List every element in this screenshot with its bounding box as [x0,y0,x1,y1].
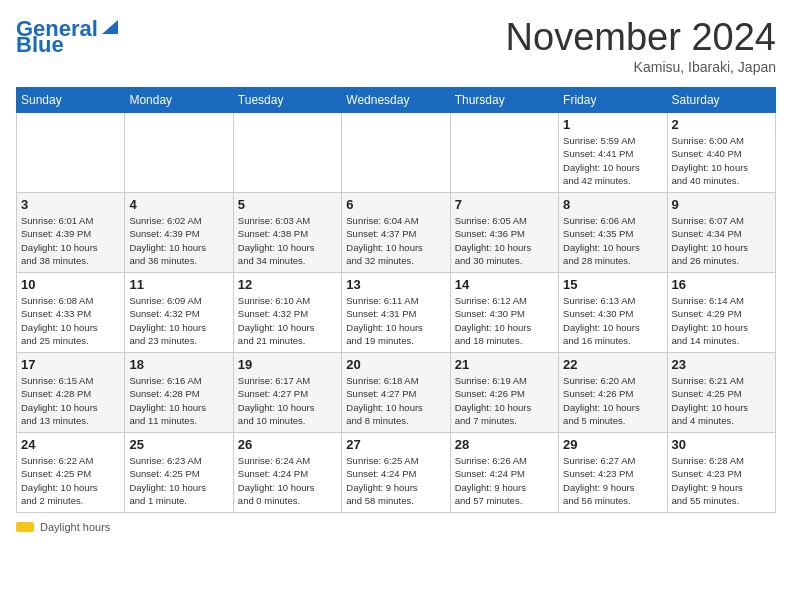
day-info: Sunrise: 6:27 AM Sunset: 4:23 PM Dayligh… [563,454,662,507]
day-number: 30 [672,437,771,452]
calendar-cell: 18Sunrise: 6:16 AM Sunset: 4:28 PM Dayli… [125,353,233,433]
day-info: Sunrise: 5:59 AM Sunset: 4:41 PM Dayligh… [563,134,662,187]
day-number: 29 [563,437,662,452]
calendar-cell: 13Sunrise: 6:11 AM Sunset: 4:31 PM Dayli… [342,273,450,353]
day-number: 25 [129,437,228,452]
calendar-cell: 4Sunrise: 6:02 AM Sunset: 4:39 PM Daylig… [125,193,233,273]
calendar-week-row: 24Sunrise: 6:22 AM Sunset: 4:25 PM Dayli… [17,433,776,513]
weekday-header: Friday [559,88,667,113]
calendar-cell [125,113,233,193]
calendar-cell: 11Sunrise: 6:09 AM Sunset: 4:32 PM Dayli… [125,273,233,353]
calendar-cell: 23Sunrise: 6:21 AM Sunset: 4:25 PM Dayli… [667,353,775,433]
calendar-cell [17,113,125,193]
day-info: Sunrise: 6:02 AM Sunset: 4:39 PM Dayligh… [129,214,228,267]
calendar-cell: 29Sunrise: 6:27 AM Sunset: 4:23 PM Dayli… [559,433,667,513]
day-number: 3 [21,197,120,212]
day-info: Sunrise: 6:04 AM Sunset: 4:37 PM Dayligh… [346,214,445,267]
calendar-cell: 3Sunrise: 6:01 AM Sunset: 4:39 PM Daylig… [17,193,125,273]
calendar-week-row: 3Sunrise: 6:01 AM Sunset: 4:39 PM Daylig… [17,193,776,273]
day-info: Sunrise: 6:22 AM Sunset: 4:25 PM Dayligh… [21,454,120,507]
day-info: Sunrise: 6:26 AM Sunset: 4:24 PM Dayligh… [455,454,554,507]
day-number: 8 [563,197,662,212]
calendar-week-row: 10Sunrise: 6:08 AM Sunset: 4:33 PM Dayli… [17,273,776,353]
day-info: Sunrise: 6:18 AM Sunset: 4:27 PM Dayligh… [346,374,445,427]
calendar-cell: 12Sunrise: 6:10 AM Sunset: 4:32 PM Dayli… [233,273,341,353]
day-info: Sunrise: 6:05 AM Sunset: 4:36 PM Dayligh… [455,214,554,267]
logo-icon [100,16,120,36]
calendar-cell: 26Sunrise: 6:24 AM Sunset: 4:24 PM Dayli… [233,433,341,513]
day-number: 7 [455,197,554,212]
weekday-header: Sunday [17,88,125,113]
page-header: General Blue November 2024 Kamisu, Ibara… [16,16,776,75]
day-info: Sunrise: 6:21 AM Sunset: 4:25 PM Dayligh… [672,374,771,427]
calendar-cell: 6Sunrise: 6:04 AM Sunset: 4:37 PM Daylig… [342,193,450,273]
day-info: Sunrise: 6:13 AM Sunset: 4:30 PM Dayligh… [563,294,662,347]
day-info: Sunrise: 6:03 AM Sunset: 4:38 PM Dayligh… [238,214,337,267]
day-info: Sunrise: 6:07 AM Sunset: 4:34 PM Dayligh… [672,214,771,267]
day-number: 9 [672,197,771,212]
day-number: 17 [21,357,120,372]
daylight-label: Daylight hours [40,521,110,533]
calendar-cell: 15Sunrise: 6:13 AM Sunset: 4:30 PM Dayli… [559,273,667,353]
calendar-cell [233,113,341,193]
day-info: Sunrise: 6:14 AM Sunset: 4:29 PM Dayligh… [672,294,771,347]
daylight-bar-icon [16,522,34,532]
day-number: 10 [21,277,120,292]
day-number: 21 [455,357,554,372]
day-number: 1 [563,117,662,132]
day-number: 28 [455,437,554,452]
title-block: November 2024 Kamisu, Ibaraki, Japan [506,16,776,75]
day-number: 12 [238,277,337,292]
day-info: Sunrise: 6:28 AM Sunset: 4:23 PM Dayligh… [672,454,771,507]
day-number: 2 [672,117,771,132]
calendar-cell: 17Sunrise: 6:15 AM Sunset: 4:28 PM Dayli… [17,353,125,433]
day-number: 24 [21,437,120,452]
calendar-cell: 14Sunrise: 6:12 AM Sunset: 4:30 PM Dayli… [450,273,558,353]
weekday-header: Wednesday [342,88,450,113]
calendar-cell: 9Sunrise: 6:07 AM Sunset: 4:34 PM Daylig… [667,193,775,273]
day-number: 13 [346,277,445,292]
day-number: 22 [563,357,662,372]
day-number: 19 [238,357,337,372]
day-info: Sunrise: 6:12 AM Sunset: 4:30 PM Dayligh… [455,294,554,347]
day-number: 5 [238,197,337,212]
day-number: 16 [672,277,771,292]
day-number: 26 [238,437,337,452]
day-info: Sunrise: 6:17 AM Sunset: 4:27 PM Dayligh… [238,374,337,427]
footer-note: Daylight hours [16,521,776,533]
calendar-cell: 30Sunrise: 6:28 AM Sunset: 4:23 PM Dayli… [667,433,775,513]
day-number: 20 [346,357,445,372]
calendar-cell: 25Sunrise: 6:23 AM Sunset: 4:25 PM Dayli… [125,433,233,513]
day-number: 6 [346,197,445,212]
calendar-cell: 21Sunrise: 6:19 AM Sunset: 4:26 PM Dayli… [450,353,558,433]
calendar-cell: 8Sunrise: 6:06 AM Sunset: 4:35 PM Daylig… [559,193,667,273]
day-number: 27 [346,437,445,452]
calendar-cell: 1Sunrise: 5:59 AM Sunset: 4:41 PM Daylig… [559,113,667,193]
calendar-cell: 20Sunrise: 6:18 AM Sunset: 4:27 PM Dayli… [342,353,450,433]
day-info: Sunrise: 6:09 AM Sunset: 4:32 PM Dayligh… [129,294,228,347]
svg-marker-0 [102,20,118,34]
calendar-cell: 27Sunrise: 6:25 AM Sunset: 4:24 PM Dayli… [342,433,450,513]
calendar-cell: 7Sunrise: 6:05 AM Sunset: 4:36 PM Daylig… [450,193,558,273]
day-info: Sunrise: 6:16 AM Sunset: 4:28 PM Dayligh… [129,374,228,427]
calendar-week-row: 17Sunrise: 6:15 AM Sunset: 4:28 PM Dayli… [17,353,776,433]
weekday-header: Monday [125,88,233,113]
calendar-cell: 10Sunrise: 6:08 AM Sunset: 4:33 PM Dayli… [17,273,125,353]
calendar-week-row: 1Sunrise: 5:59 AM Sunset: 4:41 PM Daylig… [17,113,776,193]
day-number: 23 [672,357,771,372]
month-title: November 2024 [506,16,776,59]
location-subtitle: Kamisu, Ibaraki, Japan [506,59,776,75]
day-number: 11 [129,277,228,292]
calendar-cell: 2Sunrise: 6:00 AM Sunset: 4:40 PM Daylig… [667,113,775,193]
calendar-cell: 28Sunrise: 6:26 AM Sunset: 4:24 PM Dayli… [450,433,558,513]
weekday-header: Tuesday [233,88,341,113]
weekday-header: Thursday [450,88,558,113]
weekday-header: Saturday [667,88,775,113]
calendar-cell [450,113,558,193]
day-number: 4 [129,197,228,212]
calendar-cell: 19Sunrise: 6:17 AM Sunset: 4:27 PM Dayli… [233,353,341,433]
logo: General Blue [16,16,120,58]
day-info: Sunrise: 6:06 AM Sunset: 4:35 PM Dayligh… [563,214,662,267]
day-info: Sunrise: 6:23 AM Sunset: 4:25 PM Dayligh… [129,454,228,507]
calendar-header-row: SundayMondayTuesdayWednesdayThursdayFrid… [17,88,776,113]
